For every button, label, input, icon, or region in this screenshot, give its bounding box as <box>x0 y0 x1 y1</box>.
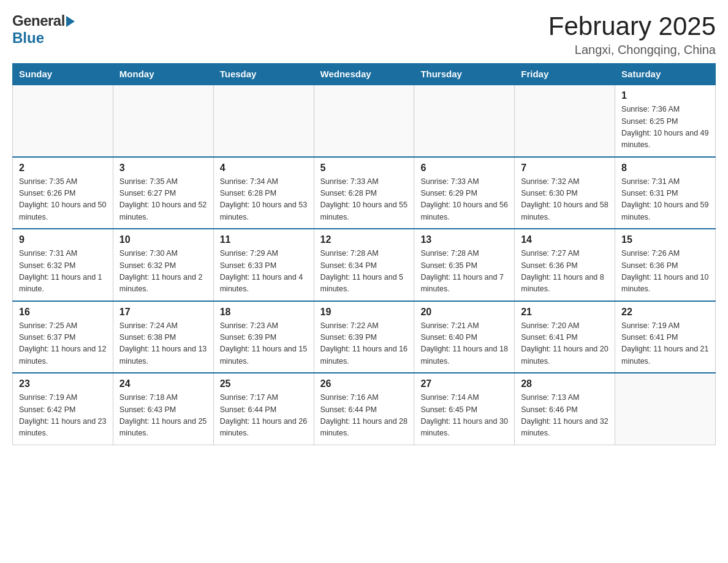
calendar-header-monday: Monday <box>113 64 213 85</box>
calendar-header-tuesday: Tuesday <box>213 64 314 85</box>
day-info: Sunrise: 7:31 AMSunset: 6:31 PMDaylight:… <box>621 176 709 224</box>
day-info: Sunrise: 7:23 AMSunset: 6:39 PMDaylight:… <box>220 320 308 368</box>
week-row-3: 9Sunrise: 7:31 AMSunset: 6:32 PMDaylight… <box>13 229 716 301</box>
day-number: 28 <box>521 378 609 389</box>
calendar-cell <box>615 373 716 445</box>
day-info: Sunrise: 7:27 AMSunset: 6:36 PMDaylight:… <box>521 248 609 296</box>
calendar-cell: 8Sunrise: 7:31 AMSunset: 6:31 PMDaylight… <box>615 157 716 229</box>
day-number: 18 <box>220 307 308 318</box>
day-number: 4 <box>220 163 308 174</box>
week-row-4: 16Sunrise: 7:25 AMSunset: 6:37 PMDayligh… <box>13 301 716 373</box>
day-number: 26 <box>320 378 408 389</box>
calendar-cell: 5Sunrise: 7:33 AMSunset: 6:28 PMDaylight… <box>314 157 414 229</box>
day-number: 22 <box>621 307 709 318</box>
logo-general-text: General <box>12 12 65 29</box>
week-row-1: 1Sunrise: 7:36 AMSunset: 6:25 PMDaylight… <box>13 85 716 157</box>
day-info: Sunrise: 7:13 AMSunset: 6:46 PMDaylight:… <box>521 392 609 440</box>
day-info: Sunrise: 7:24 AMSunset: 6:38 PMDaylight:… <box>119 320 207 368</box>
day-info: Sunrise: 7:30 AMSunset: 6:32 PMDaylight:… <box>119 248 207 296</box>
day-info: Sunrise: 7:21 AMSunset: 6:40 PMDaylight:… <box>420 320 508 368</box>
day-number: 9 <box>19 234 107 245</box>
calendar-cell: 26Sunrise: 7:16 AMSunset: 6:44 PMDayligh… <box>314 373 414 445</box>
calendar-cell: 4Sunrise: 7:34 AMSunset: 6:28 PMDaylight… <box>213 157 314 229</box>
calendar-cell: 18Sunrise: 7:23 AMSunset: 6:39 PMDayligh… <box>213 301 314 373</box>
day-number: 23 <box>19 378 107 389</box>
logo: General Blue <box>12 12 75 47</box>
calendar-cell <box>213 85 314 157</box>
day-number: 27 <box>420 378 508 389</box>
logo-arrow-icon <box>66 16 75 27</box>
page-header: General Blue February 2025 Langxi, Chong… <box>12 12 716 57</box>
calendar-cell: 19Sunrise: 7:22 AMSunset: 6:39 PMDayligh… <box>314 301 414 373</box>
calendar-cell: 20Sunrise: 7:21 AMSunset: 6:40 PMDayligh… <box>414 301 515 373</box>
day-info: Sunrise: 7:35 AMSunset: 6:26 PMDaylight:… <box>19 176 107 224</box>
day-info: Sunrise: 7:22 AMSunset: 6:39 PMDaylight:… <box>320 320 408 368</box>
day-info: Sunrise: 7:29 AMSunset: 6:33 PMDaylight:… <box>220 248 308 296</box>
day-number: 15 <box>621 234 709 245</box>
calendar-cell: 6Sunrise: 7:33 AMSunset: 6:29 PMDaylight… <box>414 157 515 229</box>
day-number: 5 <box>320 163 408 174</box>
day-number: 14 <box>521 234 609 245</box>
day-number: 6 <box>420 163 508 174</box>
calendar-cell: 2Sunrise: 7:35 AMSunset: 6:26 PMDaylight… <box>13 157 113 229</box>
calendar-cell: 15Sunrise: 7:26 AMSunset: 6:36 PMDayligh… <box>615 229 716 301</box>
calendar-cell: 25Sunrise: 7:17 AMSunset: 6:44 PMDayligh… <box>213 373 314 445</box>
day-info: Sunrise: 7:33 AMSunset: 6:28 PMDaylight:… <box>320 176 408 224</box>
calendar-cell: 21Sunrise: 7:20 AMSunset: 6:41 PMDayligh… <box>515 301 615 373</box>
day-number: 10 <box>119 234 207 245</box>
calendar-header-friday: Friday <box>515 64 615 85</box>
day-info: Sunrise: 7:32 AMSunset: 6:30 PMDaylight:… <box>521 176 609 224</box>
calendar-cell: 24Sunrise: 7:18 AMSunset: 6:43 PMDayligh… <box>113 373 213 445</box>
calendar-cell: 12Sunrise: 7:28 AMSunset: 6:34 PMDayligh… <box>314 229 414 301</box>
day-number: 24 <box>119 378 207 389</box>
calendar-cell <box>314 85 414 157</box>
day-number: 25 <box>220 378 308 389</box>
day-info: Sunrise: 7:19 AMSunset: 6:41 PMDaylight:… <box>621 320 709 368</box>
day-number: 17 <box>119 307 207 318</box>
calendar-cell: 22Sunrise: 7:19 AMSunset: 6:41 PMDayligh… <box>615 301 716 373</box>
calendar-cell: 11Sunrise: 7:29 AMSunset: 6:33 PMDayligh… <box>213 229 314 301</box>
subtitle: Langxi, Chongqing, China <box>548 43 716 57</box>
day-info: Sunrise: 7:28 AMSunset: 6:34 PMDaylight:… <box>320 248 408 296</box>
calendar-cell: 7Sunrise: 7:32 AMSunset: 6:30 PMDaylight… <box>515 157 615 229</box>
day-info: Sunrise: 7:19 AMSunset: 6:42 PMDaylight:… <box>19 392 107 440</box>
day-info: Sunrise: 7:33 AMSunset: 6:29 PMDaylight:… <box>420 176 508 224</box>
calendar-cell: 17Sunrise: 7:24 AMSunset: 6:38 PMDayligh… <box>113 301 213 373</box>
calendar-header-thursday: Thursday <box>414 64 515 85</box>
day-info: Sunrise: 7:36 AMSunset: 6:25 PMDaylight:… <box>621 104 709 151</box>
calendar-cell <box>113 85 213 157</box>
calendar-cell: 1Sunrise: 7:36 AMSunset: 6:25 PMDaylight… <box>615 85 716 157</box>
day-number: 11 <box>220 234 308 245</box>
day-number: 21 <box>521 307 609 318</box>
day-number: 12 <box>320 234 408 245</box>
day-info: Sunrise: 7:17 AMSunset: 6:44 PMDaylight:… <box>220 392 308 440</box>
calendar-cell: 14Sunrise: 7:27 AMSunset: 6:36 PMDayligh… <box>515 229 615 301</box>
calendar-cell: 16Sunrise: 7:25 AMSunset: 6:37 PMDayligh… <box>13 301 113 373</box>
calendar-cell: 9Sunrise: 7:31 AMSunset: 6:32 PMDaylight… <box>13 229 113 301</box>
day-number: 16 <box>19 307 107 318</box>
day-number: 8 <box>621 163 709 174</box>
week-row-5: 23Sunrise: 7:19 AMSunset: 6:42 PMDayligh… <box>13 373 716 445</box>
day-info: Sunrise: 7:25 AMSunset: 6:37 PMDaylight:… <box>19 320 107 368</box>
calendar-header-row: SundayMondayTuesdayWednesdayThursdayFrid… <box>13 64 716 85</box>
calendar-cell: 23Sunrise: 7:19 AMSunset: 6:42 PMDayligh… <box>13 373 113 445</box>
calendar-cell: 28Sunrise: 7:13 AMSunset: 6:46 PMDayligh… <box>515 373 615 445</box>
logo-blue-text: Blue <box>12 29 44 47</box>
day-info: Sunrise: 7:20 AMSunset: 6:41 PMDaylight:… <box>521 320 609 368</box>
day-info: Sunrise: 7:26 AMSunset: 6:36 PMDaylight:… <box>621 248 709 296</box>
day-info: Sunrise: 7:18 AMSunset: 6:43 PMDaylight:… <box>119 392 207 440</box>
day-info: Sunrise: 7:31 AMSunset: 6:32 PMDaylight:… <box>19 248 107 296</box>
day-number: 20 <box>420 307 508 318</box>
day-info: Sunrise: 7:28 AMSunset: 6:35 PMDaylight:… <box>420 248 508 296</box>
day-info: Sunrise: 7:16 AMSunset: 6:44 PMDaylight:… <box>320 392 408 440</box>
title-area: February 2025 Langxi, Chongqing, China <box>548 12 716 57</box>
day-number: 1 <box>621 90 709 101</box>
main-title: February 2025 <box>548 12 716 40</box>
day-info: Sunrise: 7:34 AMSunset: 6:28 PMDaylight:… <box>220 176 308 224</box>
day-number: 3 <box>119 163 207 174</box>
day-info: Sunrise: 7:35 AMSunset: 6:27 PMDaylight:… <box>119 176 207 224</box>
calendar-header-saturday: Saturday <box>615 64 716 85</box>
day-number: 13 <box>420 234 508 245</box>
calendar-cell: 13Sunrise: 7:28 AMSunset: 6:35 PMDayligh… <box>414 229 515 301</box>
calendar-cell: 10Sunrise: 7:30 AMSunset: 6:32 PMDayligh… <box>113 229 213 301</box>
